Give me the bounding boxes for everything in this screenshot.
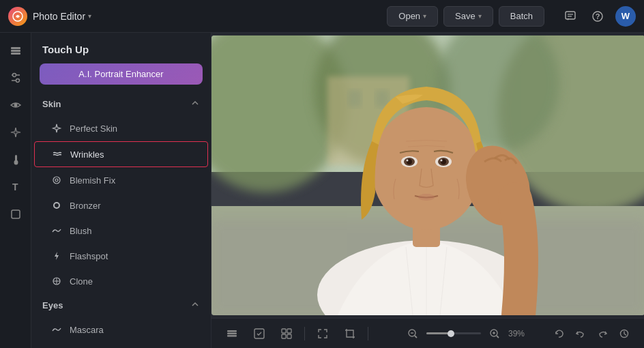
grid-icon[interactable] [277,324,296,343]
svg-point-12 [16,79,19,83]
rotate-icon[interactable] [549,324,568,343]
zoom-value: 39% [508,329,533,338]
blemish-fix-icon [50,174,63,186]
svg-rect-1 [566,12,575,19]
svg-point-52 [418,194,435,201]
undo-icon[interactable] [571,324,590,343]
avatar[interactable]: W [615,6,636,27]
help-icon[interactable]: ? [588,7,607,26]
svg-rect-57 [254,329,264,338]
svg-line-68 [497,336,499,338]
header-center-actions: Open ▾ Save ▾ Batch [387,6,544,27]
flashspot-icon [50,250,63,262]
clone-label: Clone [70,276,93,287]
sidebar-sparkle-icon[interactable] [3,120,28,145]
undo-redo-group [549,324,634,343]
svg-rect-8 [11,53,20,55]
zoom-out-icon[interactable] [403,324,422,343]
header-right-actions: ? W [561,6,636,27]
redo-icon[interactable] [593,324,612,343]
svg-rect-55 [227,332,237,334]
app-logo [8,7,27,26]
open-button[interactable]: Open ▾ [387,6,438,27]
svg-point-43 [372,107,481,230]
svg-point-19 [55,179,58,182]
sidebar-text-icon[interactable]: T [3,175,28,199]
flashspot-label: Flashspot [70,251,108,261]
canvas-area: 39% [211,33,644,348]
svg-text:?: ? [596,12,600,20]
clone-icon [50,275,63,287]
sidebar-layers-icon[interactable] [3,38,28,63]
svg-text:T: T [12,182,18,192]
tool-bronzer[interactable]: Bronzer [34,193,208,218]
skin-section-chevron [190,98,200,110]
svg-rect-59 [287,329,291,333]
save-chevron-icon: ▾ [478,12,482,20]
crop-icon[interactable] [340,324,360,343]
tool-flashspot[interactable]: Flashspot [34,244,208,268]
tool-blush[interactable]: Blush [34,218,208,243]
svg-rect-56 [227,335,237,337]
perfect-skin-label: Perfect Skin [70,124,117,134]
title-chevron-icon: ▾ [88,12,91,20]
mascara-label: Mascara [70,325,104,335]
bronzer-label: Bronzer [70,201,101,211]
sidebar-adjustments-icon[interactable] [3,66,28,90]
comment-icon[interactable] [561,7,580,26]
svg-point-10 [12,74,16,77]
skin-section-header[interactable]: Skin [31,93,211,115]
svg-point-18 [53,177,60,184]
fit-screen-icon[interactable] [313,324,332,343]
app-title: Photo Editor [33,11,85,22]
app-title-group[interactable]: Photo Editor ▾ [33,11,91,22]
tool-clone[interactable]: Clone [34,269,208,293]
zoom-in-icon[interactable] [485,324,504,343]
mascara-icon [50,323,63,336]
batch-button[interactable]: Batch [499,6,544,27]
eyes-section-chevron [190,300,200,311]
sidebar-eye-icon[interactable] [3,93,28,117]
layers-toggle-icon[interactable] [222,324,241,343]
zoom-slider[interactable] [426,332,481,334]
photo-canvas [211,35,644,315]
eyes-section-header[interactable]: Eyes [31,294,211,317]
sidebar-brush-icon[interactable] [3,147,28,172]
tool-wrinkles[interactable]: Wrinkles [34,141,208,167]
ai-portrait-button[interactable]: A.I. Portrait Enhancer [40,63,203,85]
tool-mascara[interactable]: Mascara [34,317,208,342]
tools-panel: Touch Up A.I. Portrait Enhancer Skin Per… [31,33,211,348]
mask-icon[interactable] [250,324,269,343]
perfect-skin-icon [50,122,63,134]
svg-rect-7 [11,50,20,52]
svg-rect-37 [348,90,362,107]
canvas-toolbar: 39% [211,318,644,348]
svg-point-15 [14,160,18,165]
blush-label: Blush [70,226,92,236]
save-button[interactable]: Save ▾ [443,6,493,27]
main-body: T Touch Up A.I. Portrait Enhancer Skin [0,33,644,348]
history-icon[interactable] [615,324,634,343]
svg-rect-54 [227,330,237,332]
svg-rect-6 [11,47,20,49]
tool-perfect-skin[interactable]: Perfect Skin [34,116,208,141]
tool-blemish-fix[interactable]: Blemish Fix [34,168,208,192]
photo-frame [211,35,644,315]
svg-point-51 [441,160,443,162]
header: Photo Editor ▾ Open ▾ Save ▾ Batch ? [0,0,644,33]
svg-rect-60 [282,334,286,338]
toolbar-sep-2 [368,327,368,340]
canvas-content [211,33,644,318]
wrinkles-label: Wrinkles [70,149,104,160]
svg-rect-17 [12,210,20,218]
tools-panel-title: Touch Up [31,33,211,63]
blemish-fix-label: Blemish Fix [70,175,115,186]
svg-line-64 [415,336,417,338]
zoom-group: 39% [403,324,533,343]
tool-eye-color[interactable]: Eye Color [34,343,208,348]
bronzer-icon [50,199,63,212]
open-chevron-icon: ▾ [423,12,426,20]
wrinkles-icon [51,148,63,160]
icon-sidebar: T [0,33,31,348]
sidebar-shape-icon[interactable] [3,202,28,227]
